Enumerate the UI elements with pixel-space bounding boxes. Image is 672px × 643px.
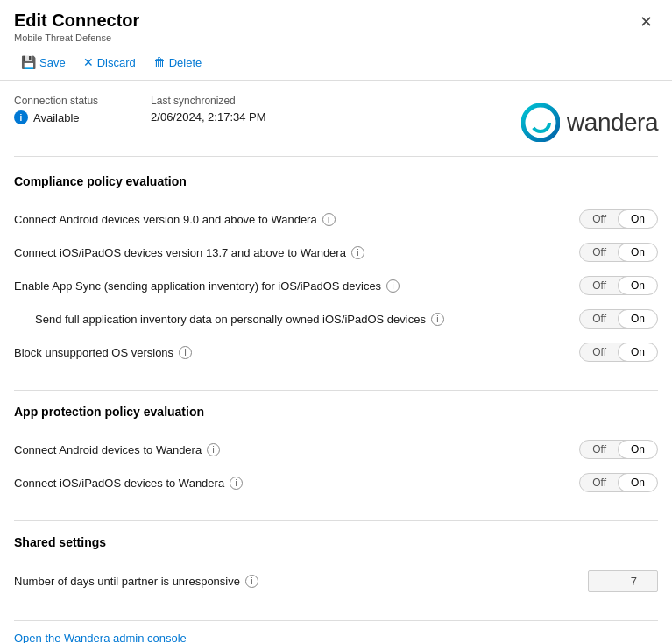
setting-row-app-ios: Connect iOS/iPadOS devices to Wandera i … — [14, 466, 658, 499]
compliance-section-title: Compliance policy evaluation — [14, 174, 658, 188]
tooltip-icon-block-unsupported: i — [179, 346, 192, 359]
header-left: Edit Connector Mobile Threat Defense — [14, 11, 139, 43]
ios-connect-label: Connect iOS/iPadOS devices version 13.7 … — [14, 246, 579, 259]
full-inventory-label: Send full application inventory data on … — [35, 313, 579, 326]
tooltip-icon-app-ios: i — [230, 477, 243, 490]
sync-timestamp: 2/06/2024, 2:17:34 PM — [151, 110, 266, 124]
tooltip-icon-ios-connect: i — [351, 246, 364, 259]
delete-button[interactable]: 🗑 Delete — [146, 52, 209, 73]
tooltip-icon-app-sync: i — [386, 279, 400, 293]
days-unresponsive-row: Number of days until partner is unrespon… — [14, 563, 658, 599]
android-connect-on[interactable]: On — [619, 210, 657, 228]
app-android-on[interactable]: On — [619, 441, 657, 458]
section-divider-1 — [14, 390, 658, 391]
app-sync-label: Enable App Sync (sending application inv… — [14, 279, 579, 293]
app-ios-toggle[interactable]: Off On — [579, 473, 658, 492]
close-button[interactable]: ✕ — [634, 11, 658, 33]
wandera-brand-text: wandera — [567, 109, 658, 137]
delete-label: Delete — [169, 56, 202, 69]
connection-status-col: Connection status i Available — [14, 95, 98, 124]
app-ios-label: Connect iOS/iPadOS devices to Wandera i — [14, 477, 579, 490]
android-connect-label: Connect Android devices version 9.0 and … — [14, 213, 579, 226]
last-sync-label: Last synchronized — [151, 95, 266, 107]
section-divider-2 — [14, 520, 658, 521]
last-sync-col: Last synchronized 2/06/2024, 2:17:34 PM — [151, 95, 266, 124]
app-android-label: Connect Android devices to Wandera i — [14, 443, 579, 456]
days-input[interactable] — [588, 570, 658, 592]
connection-available-text: Available — [33, 111, 80, 124]
app-protection-section-title: App protection policy evaluation — [14, 405, 658, 419]
last-sync-value: 2/06/2024, 2:17:34 PM — [151, 110, 266, 124]
app-ios-off[interactable]: Off — [580, 474, 619, 491]
app-sync-off[interactable]: Off — [580, 277, 619, 294]
block-unsupported-toggle[interactable]: Off On — [579, 343, 658, 362]
android-connect-toggle[interactable]: Off On — [579, 209, 658, 229]
shared-settings-section: Shared settings Number of days until par… — [14, 535, 658, 599]
setting-row-app-sync: Enable App Sync (sending application inv… — [14, 269, 658, 302]
dialog-header: Edit Connector Mobile Threat Defense ✕ — [0, 0, 672, 46]
connection-status-value: i Available — [14, 110, 98, 124]
wandera-circle-icon — [521, 103, 560, 142]
setting-row-app-android: Connect Android devices to Wandera i Off… — [14, 433, 658, 466]
discard-label: Discard — [97, 56, 136, 69]
setting-row-block-unsupported: Block unsupported OS versions i Off On — [14, 336, 658, 369]
block-unsupported-on[interactable]: On — [619, 343, 657, 361]
android-connect-off[interactable]: Off — [580, 210, 619, 228]
setting-row-full-inventory: Send full application inventory data on … — [14, 302, 658, 336]
ios-connect-off[interactable]: Off — [580, 244, 619, 261]
wandera-console-link[interactable]: Open the Wandera admin console — [14, 632, 187, 643]
setting-row-android-connect: Connect Android devices version 9.0 and … — [14, 202, 658, 236]
app-protection-section: App protection policy evaluation Connect… — [14, 405, 658, 499]
svg-point-1 — [532, 114, 549, 131]
full-inventory-off[interactable]: Off — [580, 310, 619, 328]
ios-connect-toggle[interactable]: Off On — [579, 243, 658, 262]
save-label: Save — [39, 56, 66, 69]
content-area: Connection status i Available Last synch… — [0, 81, 672, 643]
info-icon: i — [14, 110, 28, 124]
block-unsupported-off[interactable]: Off — [580, 343, 619, 361]
delete-icon: 🗑 — [153, 55, 166, 69]
save-button[interactable]: 💾 Save — [14, 52, 73, 73]
block-unsupported-label: Block unsupported OS versions i — [14, 346, 579, 359]
full-inventory-on[interactable]: On — [619, 310, 657, 328]
discard-icon: ✕ — [83, 55, 94, 69]
app-sync-on[interactable]: On — [619, 277, 657, 294]
app-ios-on[interactable]: On — [619, 474, 657, 491]
full-inventory-toggle[interactable]: Off On — [579, 309, 658, 329]
footer-section: Open the Wandera admin console — [14, 620, 658, 643]
tooltip-icon-app-android: i — [207, 443, 220, 456]
save-icon: 💾 — [21, 55, 36, 69]
shared-settings-title: Shared settings — [14, 535, 658, 549]
wandera-logo: wandera — [521, 103, 658, 142]
status-left: Connection status i Available Last synch… — [14, 95, 266, 124]
tooltip-icon-days: i — [245, 575, 258, 588]
setting-row-ios-connect: Connect iOS/iPadOS devices version 13.7 … — [14, 236, 658, 269]
edit-connector-dialog: Edit Connector Mobile Threat Defense ✕ 💾… — [0, 0, 672, 643]
days-unresponsive-label: Number of days until partner is unrespon… — [14, 575, 588, 588]
toolbar: 💾 Save ✕ Discard 🗑 Delete — [0, 46, 672, 81]
app-android-toggle[interactable]: Off On — [579, 440, 658, 459]
compliance-section: Compliance policy evaluation Connect And… — [14, 174, 658, 369]
tooltip-icon-android-connect: i — [322, 213, 336, 226]
app-sync-toggle[interactable]: Off On — [579, 276, 658, 295]
ios-connect-on[interactable]: On — [619, 244, 657, 261]
status-section: Connection status i Available Last synch… — [14, 95, 658, 157]
app-android-off[interactable]: Off — [580, 441, 619, 458]
connection-status-label: Connection status — [14, 95, 98, 107]
dialog-title: Edit Connector — [14, 11, 139, 31]
discard-button[interactable]: ✕ Discard — [76, 52, 143, 73]
svg-point-0 — [523, 105, 558, 140]
dialog-subtitle: Mobile Threat Defense — [14, 32, 139, 43]
tooltip-icon-full-inventory: i — [431, 313, 444, 326]
